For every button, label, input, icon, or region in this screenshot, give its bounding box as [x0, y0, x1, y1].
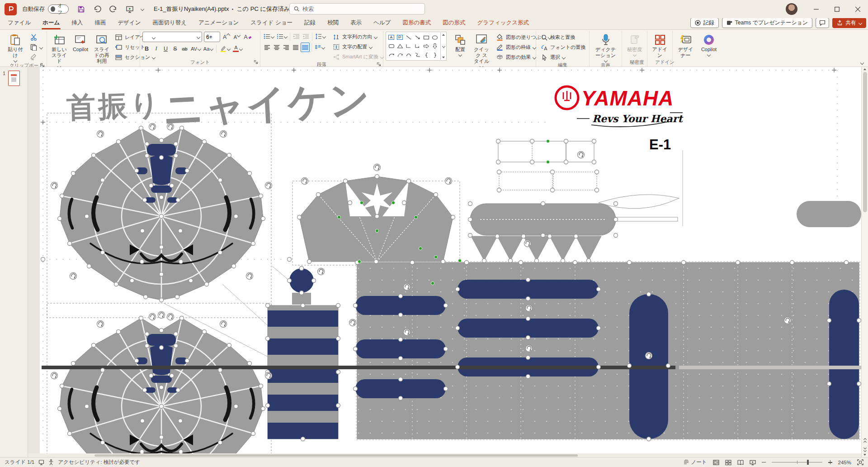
- normal-view-button[interactable]: [713, 460, 719, 465]
- shape-gallery[interactable]: [386, 32, 441, 61]
- justify-button[interactable]: [291, 43, 300, 52]
- dictate-button[interactable]: ディクテーション: [592, 32, 619, 62]
- select-button[interactable]: 選択: [538, 52, 587, 62]
- scroll-down-icon[interactable]: [863, 454, 866, 456]
- gallery-down-icon[interactable]: [442, 57, 445, 58]
- reuse-slides-button[interactable]: スライドの再利用: [92, 32, 112, 65]
- sensitivity-button[interactable]: 秘密度: [624, 32, 645, 57]
- vertical-scroll-thumb[interactable]: [863, 72, 867, 212]
- decrease-indent-button[interactable]: [292, 32, 301, 41]
- copilot-slides-button[interactable]: Copilot: [71, 32, 90, 53]
- notes-button[interactable]: ノート: [683, 459, 707, 466]
- undo-button[interactable]: [92, 4, 102, 14]
- font-dialog-launcher-icon[interactable]: [254, 60, 258, 65]
- shape-gallery-scroll[interactable]: [441, 32, 447, 61]
- qat-more-icon[interactable]: [141, 7, 144, 11]
- fit-to-window-button[interactable]: [857, 459, 863, 465]
- reading-view-button[interactable]: [737, 460, 744, 465]
- teams-present-button[interactable]: Teams でプレゼンテーション: [722, 18, 812, 28]
- font-size-combo[interactable]: [204, 32, 220, 42]
- slide-editing-surface[interactable]: 首振り ニャイケン YAMAHA Revs Your Heart E-1: [28, 67, 861, 457]
- font-color-button[interactable]: A: [232, 44, 243, 53]
- align-center-button[interactable]: [272, 43, 281, 52]
- craft-striped-piece[interactable]: [268, 305, 338, 439]
- autosave-toggle[interactable]: オフ: [48, 5, 69, 14]
- text-direction-button[interactable]: 文字列の方向: [330, 32, 385, 42]
- tab-transitions[interactable]: 画面切り替え: [146, 17, 193, 29]
- tab-design[interactable]: デザイン: [112, 17, 146, 29]
- tab-view[interactable]: 表示: [344, 17, 368, 29]
- replace-fonts-button[interactable]: フォントの置換: [538, 43, 587, 52]
- tab-help[interactable]: ヘルプ: [368, 17, 396, 29]
- smartart-button[interactable]: SmartArt に変換: [330, 52, 385, 62]
- tab-draw[interactable]: 描画: [89, 17, 112, 29]
- close-button[interactable]: [847, 0, 868, 18]
- bold-button[interactable]: B: [142, 44, 151, 53]
- font-size-input[interactable]: [206, 34, 216, 40]
- document-title[interactable]: E-1_首振りNyaiken(A4).pptx この PC に保存済み: [154, 5, 296, 13]
- previous-slide-button[interactable]: [864, 438, 866, 444]
- cut-button[interactable]: [28, 33, 44, 42]
- tab-slideshow[interactable]: スライド ショー: [245, 17, 298, 29]
- copilot-button[interactable]: Copilot: [698, 32, 720, 57]
- slide-thumbnail[interactable]: [8, 71, 20, 86]
- character-spacing-button[interactable]: AV: [190, 44, 202, 53]
- gallery-up-icon[interactable]: [442, 34, 445, 36]
- columns-button[interactable]: [314, 43, 326, 52]
- align-left-button[interactable]: [263, 43, 271, 52]
- maximize-button[interactable]: [826, 0, 847, 18]
- copy-button[interactable]: [28, 43, 44, 52]
- collapse-ribbon-icon[interactable]: [860, 61, 864, 65]
- tab-animations[interactable]: アニメーション: [193, 17, 245, 29]
- save-button[interactable]: [76, 4, 86, 14]
- accessibility-status[interactable]: アクセシビリティ: 検討が必要です: [58, 459, 140, 466]
- craft-capsule-piece[interactable]: [470, 204, 616, 235]
- designer-button[interactable]: デザイナー: [675, 32, 696, 59]
- craft-dark-strip[interactable]: [42, 366, 675, 369]
- comments-button[interactable]: [816, 18, 829, 28]
- next-slide-button[interactable]: [864, 446, 866, 452]
- bullets-button[interactable]: [263, 32, 275, 41]
- zoom-out-button[interactable]: [762, 462, 766, 463]
- change-case-button[interactable]: Aa: [203, 44, 214, 53]
- slide-sorter-view-button[interactable]: [725, 460, 731, 465]
- strikethrough-button[interactable]: S: [171, 44, 179, 53]
- columns-selected-button[interactable]: [301, 43, 310, 52]
- underline-button[interactable]: U: [161, 44, 170, 53]
- tab-review[interactable]: 校閲: [321, 17, 344, 29]
- horizontal-scroll-thumb[interactable]: [94, 454, 578, 457]
- slide-counter[interactable]: スライド 1/1: [5, 459, 34, 466]
- scroll-up-icon[interactable]: [863, 68, 866, 70]
- numbering-button[interactable]: [276, 32, 288, 41]
- search-input[interactable]: [302, 6, 420, 12]
- display-settings-icon[interactable]: [38, 459, 44, 465]
- horizontal-scrollbar[interactable]: [28, 453, 861, 457]
- accessibility-icon[interactable]: [48, 459, 54, 465]
- vertical-scrollbar[interactable]: [861, 67, 868, 457]
- align-text-button[interactable]: 文字の配置: [330, 42, 385, 52]
- slideshow-view-button[interactable]: [750, 460, 756, 465]
- format-painter-button[interactable]: [28, 52, 44, 62]
- clear-formatting-button[interactable]: A: [243, 32, 252, 42]
- quick-styles-button[interactable]: クイック スタイル: [472, 32, 491, 68]
- gallery-more-icon[interactable]: [442, 44, 445, 48]
- tab-home[interactable]: ホーム: [37, 17, 66, 29]
- zoom-in-button[interactable]: [828, 460, 832, 464]
- minimize-button[interactable]: [806, 0, 826, 18]
- grow-font-button[interactable]: A: [222, 32, 231, 42]
- zoom-level[interactable]: 245%: [838, 460, 851, 465]
- tab-insert[interactable]: 挿入: [66, 17, 89, 29]
- line-spacing-button[interactable]: [314, 32, 326, 41]
- tab-graphics-format[interactable]: グラフィックス形式: [472, 17, 535, 29]
- paste-button[interactable]: 貼り付け: [4, 32, 27, 62]
- part-code[interactable]: E-1: [649, 137, 671, 152]
- strikethrough2-button[interactable]: ab: [180, 44, 189, 53]
- autosave-control[interactable]: 自動保存 オフ: [22, 5, 69, 14]
- find-replace-button[interactable]: 検索と置換: [538, 33, 587, 42]
- craft-title-part1[interactable]: 首振り: [66, 88, 163, 124]
- tab-picture-format[interactable]: 図の形式: [437, 17, 471, 29]
- craft-capsule-partial[interactable]: [797, 201, 861, 227]
- zoom-slider-thumb[interactable]: [807, 460, 809, 465]
- tab-file[interactable]: ファイル: [2, 17, 37, 29]
- avatar[interactable]: [786, 3, 797, 15]
